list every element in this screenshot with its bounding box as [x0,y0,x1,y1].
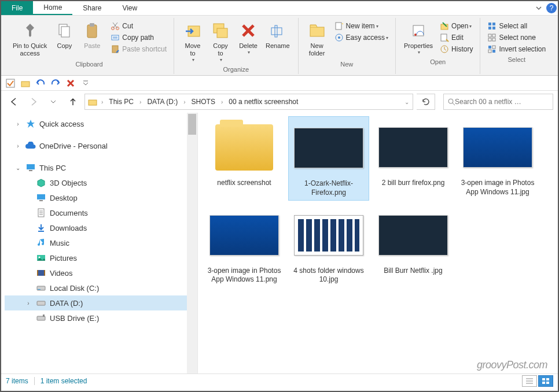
svg-rect-23 [492,23,495,25]
invert-selection-button[interactable]: Invert selection [485,43,548,55]
file-name-label: 2 bill burr firefox.png [382,179,445,188]
file-name-label: Bill Burr Netflix .jpg [384,267,442,276]
breadcrumb[interactable]: › This PC› DATA (D:)› SHOTS› 00 a netfli… [84,94,413,110]
select-none-button[interactable]: Select none [485,32,548,43]
new-item-button[interactable]: New item▾ [332,20,391,32]
tree-item[interactable]: Music [5,235,197,250]
delete-button[interactable]: Delete▾ [234,18,262,57]
svg-rect-14 [336,23,341,29]
bc-this-pc[interactable]: This PC [106,98,136,106]
svg-rect-22 [488,23,491,25]
open-button[interactable]: Open▾ [437,20,475,32]
tree-item[interactable]: 3D Objects [5,175,197,190]
tree-item[interactable]: Pictures [5,250,197,265]
tree-item[interactable]: Desktop [5,190,197,205]
svg-rect-10 [217,28,227,38]
bc-shots[interactable]: SHOTS [189,98,218,106]
tree-item-label: DATA (D:) [50,299,83,308]
tree-item-label: Local Disk (C:) [50,284,99,293]
tab-home[interactable]: Home [33,1,72,15]
minimize-ribbon-icon[interactable] [532,1,545,15]
folder-icon [87,97,98,107]
qat-checkbox-icon[interactable] [5,77,16,89]
file-item[interactable]: 2 bill burr firefox.png [373,116,454,200]
edit-button[interactable]: Edit [437,32,475,43]
open-label: Open [451,22,468,30]
breadcrumb-dropdown-icon[interactable]: ⌄ [403,99,410,105]
copy-path-label: Copy path [122,34,154,42]
tree-item-icon [36,283,46,293]
paste-icon [82,20,102,41]
select-all-button[interactable]: Select all [485,20,548,32]
new-item-icon [334,21,344,31]
edit-label: Edit [451,34,464,42]
svg-rect-40 [37,194,45,199]
tab-file[interactable]: File [1,1,33,15]
svg-rect-54 [546,378,549,380]
file-item[interactable]: 4 shots folder windows 10.jpg [288,204,369,287]
tree-item[interactable]: USB Drive (E:) [5,310,197,326]
file-item[interactable]: Bill Burr Netflix .jpg [373,204,454,287]
nav-up-button[interactable] [65,94,81,110]
sidebar-scrollbar[interactable] [187,113,197,373]
nav-back-button[interactable] [6,94,22,110]
paste-button[interactable]: Paste [78,18,106,52]
view-details-icon[interactable] [522,375,537,387]
move-to-button[interactable]: Move to▾ [179,18,207,65]
copy-button[interactable]: Copy [50,18,78,52]
cloud-icon [25,140,36,151]
file-item[interactable]: 1-Ozark-Netflix-Firefox.png [288,116,369,200]
properties-button[interactable]: Properties▾ [400,18,436,57]
tree-item-icon [36,223,46,233]
folder-item[interactable]: netflix screenshot [204,116,285,200]
file-item[interactable]: 3-open image in Photos App Windows 11.jp… [457,116,538,200]
bc-data-d[interactable]: DATA (D:) [145,98,180,106]
view-large-icons-icon[interactable] [538,375,553,387]
svg-rect-41 [39,200,43,201]
qat-delete-icon[interactable] [65,77,76,89]
qat-undo-icon[interactable] [35,77,46,89]
tree-item[interactable]: Documents [5,205,197,220]
tree-item[interactable]: Videos [5,265,197,280]
search-input[interactable] [455,98,549,106]
svg-rect-24 [488,27,491,29]
copy-path-button[interactable]: Copy path [108,32,169,43]
svg-point-44 [39,257,41,258]
nav-forward-button[interactable] [25,94,42,110]
search-box[interactable] [443,94,553,110]
tree-item[interactable]: Local Disk (C:) [5,280,197,295]
rename-button[interactable]: Rename [262,18,293,52]
new-folder-button[interactable]: New folder [303,18,331,60]
thumbnail [291,119,366,177]
tab-share[interactable]: Share [72,1,112,15]
help-icon[interactable]: ? [545,1,558,15]
nav-recent-dropdown[interactable] [45,94,61,110]
history-button[interactable]: History [437,43,475,55]
tree-this-pc[interactable]: ⌄This PC [5,160,197,175]
qat-redo-icon[interactable] [50,77,61,89]
pin-to-quick-access-button[interactable]: Pin to Quick access [9,18,50,60]
qat-customize-icon[interactable] [80,77,91,89]
group-open-label: Open [430,58,446,66]
file-item[interactable]: 3-open image in Photos App Windows 11.pn… [204,204,285,287]
tree-onedrive[interactable]: ›OneDrive - Personal [5,138,197,153]
refresh-button[interactable] [417,94,435,110]
svg-rect-39 [29,170,32,171]
tree-item[interactable]: ›DATA (D:) [5,295,197,310]
bc-current[interactable]: 00 a netflix screenshot [226,98,300,106]
file-name-label: 3-open image in Photos App Windows 11.pn… [206,267,282,284]
pc-icon [25,162,36,173]
easy-access-button[interactable]: Easy access▾ [332,32,391,43]
tree-item[interactable]: Downloads [5,220,197,235]
svg-rect-12 [275,25,277,37]
cut-button[interactable]: Cut [108,20,169,32]
paste-shortcut-button[interactable]: Paste shortcut [108,43,169,55]
copy-to-button[interactable]: Copy to▾ [207,18,234,65]
thumbnail [207,206,282,264]
thumbnail [207,119,282,176]
files-pane[interactable]: netflix screenshot1-Ozark-Netflix-Firefo… [198,113,558,373]
copy-icon [54,20,75,41]
tree-quick-access[interactable]: ›Quick access [5,116,197,131]
qat-folder-icon[interactable] [20,77,31,89]
tab-view[interactable]: View [112,1,148,15]
